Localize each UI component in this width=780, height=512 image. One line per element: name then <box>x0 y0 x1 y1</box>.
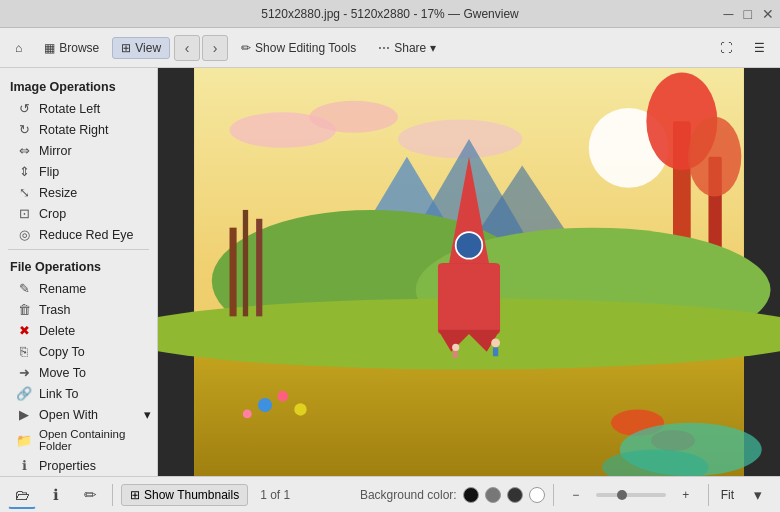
svg-rect-25 <box>230 228 237 317</box>
menu-button[interactable]: ☰ <box>745 37 774 59</box>
edit-icon: ✏ <box>84 486 97 504</box>
sidebar-item-move-to[interactable]: ➜ Move To <box>0 362 157 383</box>
maximize-button[interactable]: □ <box>744 6 752 22</box>
rename-icon: ✎ <box>16 281 32 296</box>
pencil-icon: ✏ <box>241 41 251 55</box>
link-to-label: Link To <box>39 387 78 401</box>
color-black-option[interactable] <box>463 487 479 503</box>
show-editing-tools-button[interactable]: ✏ Show Editing Tools <box>232 37 365 59</box>
zoom-out-icon: − <box>572 488 579 502</box>
svg-point-4 <box>398 119 522 158</box>
zoom-in-button[interactable]: + <box>672 481 700 509</box>
image-display <box>158 68 780 476</box>
color-white-option[interactable] <box>529 487 545 503</box>
sidebar-item-rotate-right[interactable]: ↻ Rotate Right <box>0 119 157 140</box>
forward-button[interactable]: › <box>202 35 228 61</box>
mirror-label: Mirror <box>39 144 72 158</box>
sidebar-item-copy-to[interactable]: ⎘ Copy To <box>0 341 157 362</box>
color-gray-option[interactable] <box>485 487 501 503</box>
sidebar-item-crop[interactable]: ⊡ Crop <box>0 203 157 224</box>
rotate-right-label: Rotate Right <box>39 123 108 137</box>
info-button[interactable]: ℹ <box>42 481 70 509</box>
svg-rect-24 <box>453 351 457 358</box>
bottom-separator-3 <box>708 484 709 506</box>
svg-point-28 <box>258 398 272 412</box>
view-label: View <box>135 41 161 55</box>
fullscreen-button[interactable]: ⛶ <box>711 37 741 59</box>
sidebar-item-rename[interactable]: ✎ Rename <box>0 278 157 299</box>
home-button[interactable]: ⌂ <box>6 37 31 59</box>
back-button[interactable]: ‹ <box>174 35 200 61</box>
sidebar-item-rotate-left[interactable]: ↺ Rotate Left <box>0 98 157 119</box>
open-containing-folder-label: Open Containing Folder <box>39 428 147 452</box>
sidebar-item-flip[interactable]: ⇕ Flip <box>0 161 157 182</box>
bottom-separator-2 <box>553 484 554 506</box>
title-bar: 5120x2880.jpg - 5120x2880 - 17% — Gwenvi… <box>0 0 780 28</box>
file-operations-title: File Operations <box>0 254 157 278</box>
color-dark-option[interactable] <box>507 487 523 503</box>
resize-label: Resize <box>39 186 77 200</box>
sidebar-item-resize[interactable]: ⤡ Resize <box>0 182 157 203</box>
mirror-icon: ⇔ <box>16 143 32 158</box>
image-operations-title: Image Operations <box>0 74 157 98</box>
svg-point-8 <box>688 117 741 197</box>
sidebar-item-reduce-red-eye[interactable]: ◎ Reduce Red Eye <box>0 224 157 245</box>
zoom-slider[interactable] <box>596 493 666 497</box>
svg-point-29 <box>277 391 288 402</box>
trash-icon: 🗑 <box>16 302 32 317</box>
sidebar-divider <box>8 249 149 250</box>
svg-point-3 <box>309 101 398 133</box>
sidebar-item-link-to[interactable]: 🔗 Link To <box>0 383 157 404</box>
show-thumbnails-button[interactable]: ⊞ Show Thumbnails <box>121 484 248 506</box>
rotate-left-label: Rotate Left <box>39 102 100 116</box>
sidebar-item-open-containing-folder[interactable]: 📁 Open Containing Folder <box>0 425 157 455</box>
browse-button[interactable]: ▦ Browse <box>35 37 108 59</box>
zoom-out-button[interactable]: − <box>562 481 590 509</box>
bottom-bar: 🗁 ℹ ✏ ⊞ Show Thumbnails 1 of 1 Backgroun… <box>0 476 780 512</box>
minimize-button[interactable]: ─ <box>724 6 734 22</box>
info-icon: ℹ <box>53 486 59 504</box>
svg-rect-18 <box>438 263 500 334</box>
red-eye-icon: ◎ <box>16 227 32 242</box>
copy-icon: ⎘ <box>16 344 32 359</box>
close-button[interactable]: ✕ <box>762 6 774 22</box>
trash-label: Trash <box>39 303 71 317</box>
resize-icon: ⤡ <box>16 185 32 200</box>
forward-icon: › <box>213 40 218 56</box>
page-info: 1 of 1 <box>254 488 296 502</box>
svg-rect-27 <box>256 219 262 317</box>
flip-icon: ⇕ <box>16 164 32 179</box>
nav-controls: ‹ › <box>174 35 228 61</box>
share-button[interactable]: ⋯ Share ▾ <box>369 37 445 59</box>
view-icon: ⊞ <box>121 41 131 55</box>
window-controls: ─ □ ✕ <box>724 6 774 22</box>
rotate-right-icon: ↻ <box>16 122 32 137</box>
bottom-separator-1 <box>112 484 113 506</box>
open-with-arrow: ▾ <box>144 407 151 422</box>
sidebar-item-mirror[interactable]: ⇔ Mirror <box>0 140 157 161</box>
sidebar-item-properties[interactable]: ℹ Properties <box>0 455 157 476</box>
svg-rect-26 <box>243 210 248 316</box>
rename-label: Rename <box>39 282 86 296</box>
delete-icon: ✖ <box>16 323 32 338</box>
link-icon: 🔗 <box>16 386 32 401</box>
delete-label: Delete <box>39 324 75 338</box>
browse-label: Browse <box>59 41 99 55</box>
image-area <box>158 68 780 476</box>
folder-navigation-button[interactable]: 🗁 <box>8 481 36 509</box>
view-button[interactable]: ⊞ View <box>112 37 170 59</box>
bg-color-label: Background color: <box>360 488 457 502</box>
show-editing-tools-label: Show Editing Tools <box>255 41 356 55</box>
fullscreen-icon: ⛶ <box>720 41 732 55</box>
sidebar-item-delete[interactable]: ✖ Delete <box>0 320 157 341</box>
move-icon: ➜ <box>16 365 32 380</box>
fit-dropdown-button[interactable]: ▾ <box>744 481 772 509</box>
thumbnails-icon: ⊞ <box>130 488 140 502</box>
browse-icon: ▦ <box>44 41 55 55</box>
sidebar-item-open-with[interactable]: ▶ Open With ▾ <box>0 404 157 425</box>
zoom-in-icon: + <box>682 488 689 502</box>
svg-point-21 <box>491 339 500 348</box>
edit-button[interactable]: ✏ <box>76 481 104 509</box>
sidebar-item-trash[interactable]: 🗑 Trash <box>0 299 157 320</box>
show-thumbnails-label: Show Thumbnails <box>144 488 239 502</box>
